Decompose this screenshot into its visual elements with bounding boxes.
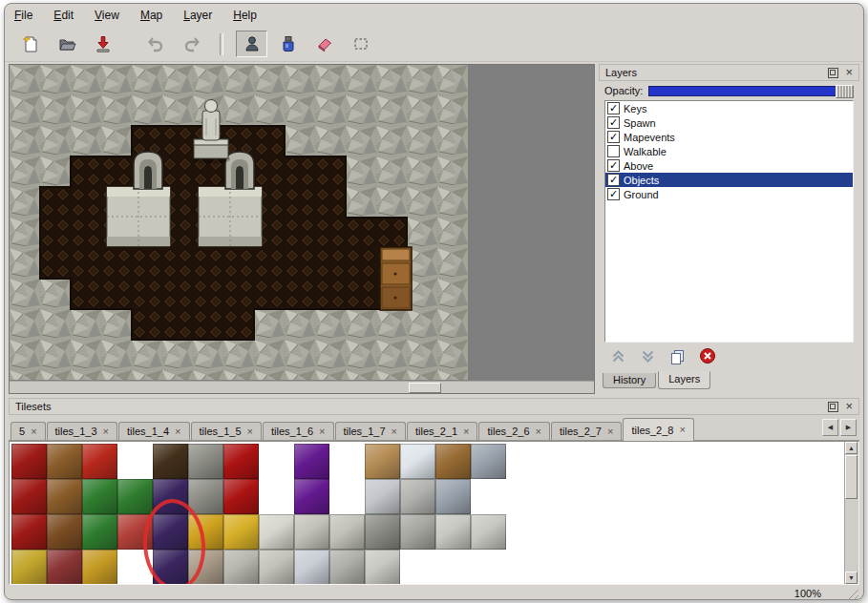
tileset-tile[interactable] <box>259 550 294 585</box>
layer-visibility-checkbox[interactable] <box>607 174 620 186</box>
tileset-tile[interactable] <box>400 550 435 585</box>
opacity-slider-handle[interactable] <box>836 85 854 98</box>
tileset-tile[interactable] <box>435 479 471 514</box>
tileset-tile[interactable] <box>400 479 435 514</box>
tileset-tile[interactable] <box>153 479 188 514</box>
tileset-tile[interactable] <box>117 514 153 550</box>
tileset-tab[interactable]: tiles_2_6× <box>478 422 549 440</box>
float-panel-icon[interactable] <box>828 402 838 412</box>
close-panel-icon[interactable]: × <box>845 68 853 77</box>
tileset-content[interactable]: ▲ ▼ <box>9 441 859 585</box>
tileset-tab[interactable]: tiles_1_3× <box>47 422 117 440</box>
tileset-tile[interactable] <box>400 444 435 479</box>
tileset-tile[interactable] <box>329 550 365 585</box>
tileset-tile[interactable] <box>82 479 117 514</box>
tileset-tile[interactable] <box>294 514 329 550</box>
menu-map[interactable]: Map <box>140 9 162 22</box>
layer-row[interactable]: Ground <box>605 187 853 201</box>
save-button[interactable] <box>87 31 118 57</box>
tileset-vertical-scrollbar[interactable]: ▲ ▼ <box>844 442 858 584</box>
tileset-tile[interactable] <box>223 514 259 550</box>
tileset-tile[interactable] <box>259 514 294 550</box>
float-panel-icon[interactable] <box>828 68 838 78</box>
layer-row[interactable]: Walkable <box>605 144 853 158</box>
tileset-tile[interactable] <box>188 514 223 550</box>
tileset-tile[interactable] <box>329 479 365 514</box>
tileset-tile[interactable] <box>223 444 259 479</box>
layer-visibility-checkbox[interactable] <box>607 159 620 172</box>
tileset-tile[interactable] <box>82 444 117 479</box>
tileset-tab[interactable]: 5× <box>11 422 46 440</box>
tileset-tile[interactable] <box>153 444 188 479</box>
tileset-tile[interactable] <box>294 550 329 585</box>
close-tab-icon[interactable]: × <box>175 426 180 437</box>
scroll-tabs-left-icon[interactable]: ◀ <box>822 419 838 436</box>
select-tool-button[interactable] <box>345 31 376 57</box>
tileset-tile[interactable] <box>188 444 223 479</box>
tileset-tile[interactable] <box>117 550 153 585</box>
tileset-tile[interactable] <box>329 514 365 550</box>
tileset-tile[interactable] <box>435 550 471 585</box>
tileset-tile[interactable] <box>365 479 400 514</box>
tileset-tile[interactable] <box>365 444 400 479</box>
tileset-tile[interactable] <box>188 550 223 585</box>
close-tab-icon[interactable]: × <box>607 426 613 437</box>
tileset-tile[interactable] <box>153 550 188 585</box>
close-tab-icon[interactable]: × <box>392 426 397 437</box>
tileset-tile[interactable] <box>435 444 471 479</box>
open-button[interactable] <box>51 31 82 57</box>
tileset-tab[interactable]: tiles_1_6× <box>263 422 333 440</box>
opacity-slider[interactable] <box>648 85 854 96</box>
close-tab-icon[interactable]: × <box>463 426 469 437</box>
tileset-tile[interactable] <box>47 514 82 550</box>
layer-row[interactable]: Mapevents <box>605 130 853 144</box>
layer-visibility-checkbox[interactable] <box>607 116 620 129</box>
scrollbar-thumb[interactable] <box>409 383 441 393</box>
close-tab-icon[interactable]: × <box>247 426 253 437</box>
map-viewport[interactable] <box>9 64 595 394</box>
tileset-tile[interactable] <box>11 479 47 514</box>
tileset-tab[interactable]: tiles_2_7× <box>551 422 622 440</box>
menu-view[interactable]: View <box>95 9 119 22</box>
tileset-tab[interactable]: tiles_1_7× <box>335 422 406 440</box>
duplicate-layer-button[interactable] <box>669 348 686 368</box>
move-layer-up-button[interactable] <box>610 348 626 368</box>
tileset-tile[interactable] <box>471 479 506 514</box>
close-panel-icon[interactable]: × <box>845 402 853 411</box>
eraser-tool-button[interactable] <box>308 31 340 57</box>
layer-row[interactable]: Above <box>605 158 853 173</box>
layer-row[interactable]: Spawn <box>605 115 853 130</box>
delete-layer-button[interactable] <box>699 347 716 368</box>
undo-button[interactable] <box>139 31 171 57</box>
tileset-grid[interactable] <box>11 444 506 585</box>
tileset-tile[interactable] <box>471 444 506 479</box>
scroll-tabs-right-icon[interactable]: ▶ <box>840 419 857 436</box>
tileset-tile[interactable] <box>365 550 400 585</box>
tileset-tile[interactable] <box>11 514 47 550</box>
tileset-tile[interactable] <box>47 479 82 514</box>
tileset-tile[interactable] <box>471 550 506 585</box>
move-layer-down-button[interactable] <box>640 348 656 368</box>
scrollbar-thumb[interactable] <box>845 455 857 499</box>
map-canvas[interactable] <box>10 65 468 384</box>
menu-layer[interactable]: Layer <box>183 9 212 22</box>
tab-layers[interactable]: Layers <box>658 371 710 389</box>
tileset-tile[interactable] <box>435 514 471 550</box>
tileset-tab[interactable]: tiles_1_4× <box>118 422 189 440</box>
close-tab-icon[interactable]: × <box>319 426 325 437</box>
close-tab-icon[interactable]: × <box>679 425 685 435</box>
tileset-tile[interactable] <box>47 550 82 585</box>
tileset-tile[interactable] <box>400 514 435 550</box>
tileset-tile[interactable] <box>117 479 153 514</box>
tileset-tile[interactable] <box>82 514 117 550</box>
scroll-up-icon[interactable]: ▲ <box>845 442 857 454</box>
layer-row[interactable]: Objects <box>605 173 853 187</box>
tileset-tab[interactable]: tiles_2_8× <box>623 418 693 441</box>
tileset-tile[interactable] <box>259 444 294 479</box>
layer-visibility-checkbox[interactable] <box>607 102 620 114</box>
tileset-tile[interactable] <box>153 514 188 550</box>
person-tool-button[interactable] <box>236 31 267 57</box>
tileset-tile[interactable] <box>471 514 506 550</box>
menu-file[interactable]: File <box>14 9 32 22</box>
tileset-tile[interactable] <box>365 514 400 550</box>
